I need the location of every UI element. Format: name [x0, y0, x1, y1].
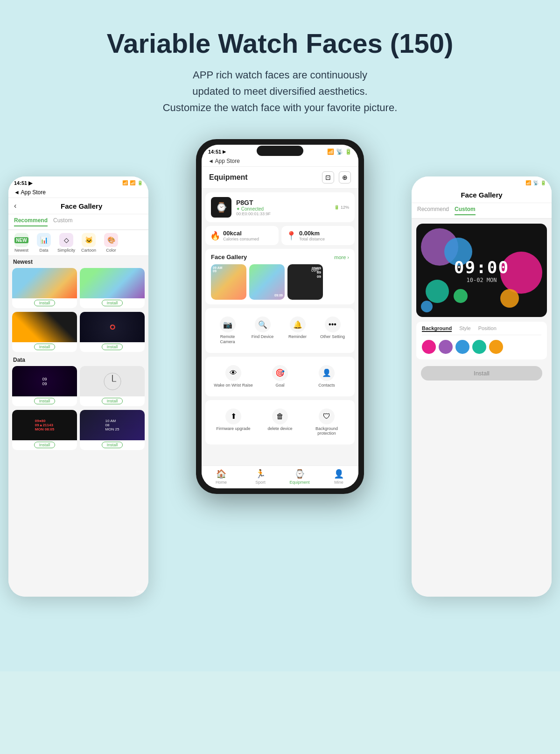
- location-dot-icon: 📍: [286, 231, 296, 241]
- bubble-blue-sm: [421, 301, 433, 312]
- actions-grid-2: 👁 Wake on Wrist Raise 🎯 Goal 👤 Contacts: [211, 361, 349, 392]
- center-time: 14:51: [208, 149, 221, 155]
- nav-sport[interactable]: 🏃 Sport: [241, 469, 280, 485]
- install-btn-3[interactable]: Install: [34, 344, 56, 350]
- color-cat-icon: 🎨: [104, 233, 118, 247]
- cat-simplicity[interactable]: ◇ Simplicity: [57, 233, 76, 253]
- watch-face-dark1: 0909: [12, 366, 77, 396]
- swatch-blue[interactable]: [455, 340, 469, 354]
- install-btn-2[interactable]: Install: [102, 300, 123, 306]
- subtitle: APP rich watch faces are continuously up…: [37, 67, 523, 116]
- install-btn-7[interactable]: Install: [34, 442, 56, 448]
- fullscreen-icon[interactable]: ⊡: [322, 171, 334, 183]
- action-contacts[interactable]: 👤 Contacts: [304, 361, 349, 392]
- battery-indicator: 🔋 12%: [334, 205, 349, 210]
- action-remote-camera[interactable]: 📷 Remote Camera: [211, 313, 244, 348]
- sport-label: Sport: [255, 480, 266, 485]
- actions-section-1: 📷 Remote Camera 🔍 Find Device 🔔 Reminder: [205, 308, 355, 353]
- watch-item-1[interactable]: 09 AM09 Install: [12, 268, 77, 308]
- cat-cartoon[interactable]: 🐱 Cartoon: [79, 233, 98, 253]
- device-thumbnail: ⌚: [211, 197, 231, 218]
- cartoon-label: Cartoon: [81, 248, 96, 253]
- battery-icon: 🔋: [345, 148, 352, 155]
- cat-color[interactable]: 🎨 Color: [102, 233, 120, 253]
- watch-face-island: 09:09: [80, 268, 145, 298]
- action-find-device[interactable]: 🔍 Find Device: [246, 313, 279, 348]
- face-thumb-2[interactable]: 09:09: [249, 264, 285, 300]
- device-card: ⌚ P8GT ✦ Connected 00:E0:00:01:33:9F 🔋 1…: [205, 192, 355, 222]
- action-goal[interactable]: 🎯 Goal: [258, 361, 302, 392]
- face-thumb-1[interactable]: 09 AM09: [211, 264, 246, 300]
- swatch-purple[interactable]: [439, 340, 453, 354]
- right-wifi-icon: 📡: [533, 180, 539, 185]
- newest-section-label: Newest: [8, 256, 148, 266]
- swatch-orange[interactable]: [489, 340, 503, 354]
- tab-background[interactable]: Background: [422, 325, 452, 332]
- watch-item-2[interactable]: 09:09 Install: [80, 268, 145, 308]
- bubble-teal: [426, 280, 449, 303]
- right-tab-recommend[interactable]: Recommend: [417, 206, 449, 215]
- firmware-label: Firmware upgrade: [216, 426, 250, 431]
- watch-item-6[interactable]: Install: [80, 366, 145, 406]
- watch-item-5[interactable]: 0909 Install: [12, 366, 77, 406]
- stats-row: 🔥 00kcal Calories consumed 📍 0.00km Tota…: [205, 226, 355, 245]
- add-icon[interactable]: ⊕: [339, 171, 351, 183]
- data-grid: 0909 Install Install: [8, 364, 148, 408]
- face-thumb-3[interactable]: 09/090909: [287, 264, 323, 300]
- device-info: P8GT ✦ Connected 00:E0:00:01:33:9F: [236, 199, 329, 216]
- nav-equipment[interactable]: ⌚ Equipment: [280, 469, 319, 485]
- watch-item-7[interactable]: 09●8009▲21143MON 08:05 Install: [12, 410, 77, 450]
- watch-item-3[interactable]: 09/09 Install: [12, 312, 77, 352]
- install-btn-1[interactable]: Install: [34, 300, 56, 306]
- install-btn-6[interactable]: Install: [102, 398, 123, 404]
- left-app-store: ◄ App Store: [14, 189, 46, 196]
- tab-style[interactable]: Style: [459, 325, 470, 332]
- newest-grid-2: 09/09 Install ⭕ Install: [8, 310, 148, 354]
- action-reminder[interactable]: 🔔 Reminder: [281, 313, 314, 348]
- watch-item-8[interactable]: 10 AM08MON 25 Install: [80, 410, 145, 450]
- right-tabs: Recommend Custom: [412, 203, 552, 219]
- nav-home[interactable]: 🏠 Home: [202, 469, 241, 485]
- goal-label: Goal: [275, 383, 284, 388]
- controls-tabs: Background Style Position: [422, 325, 541, 335]
- tab-position[interactable]: Position: [478, 325, 497, 332]
- distance-value: 0.00km: [299, 230, 325, 237]
- app-header: Equipment ⊡ ⊕: [202, 167, 358, 189]
- contacts-icon: 👤: [319, 365, 335, 381]
- install-btn-4[interactable]: Install: [102, 344, 123, 350]
- right-tab-custom[interactable]: Custom: [455, 206, 476, 215]
- cat-data[interactable]: 📊 Data: [35, 233, 53, 253]
- center-status-left: 14:51 ▶: [208, 149, 226, 155]
- tab-custom[interactable]: Custom: [53, 217, 72, 226]
- install-btn-5[interactable]: Install: [34, 398, 56, 404]
- phone-center: 14:51 ▶ 📶 📡 🔋 ◄ App Store: [196, 139, 364, 494]
- tab-recommend[interactable]: Recommend: [14, 217, 48, 226]
- reminder-label: Reminder: [288, 334, 307, 339]
- watch-emoji: ⌚: [216, 202, 227, 213]
- action-firmware[interactable]: ⬆ Firmware upgrade: [211, 405, 256, 440]
- action-delete-device[interactable]: 🗑 delete device: [258, 405, 302, 440]
- cat-newest[interactable]: NEW Newest: [12, 233, 31, 253]
- center-status-right: 📶 📡 🔋: [327, 148, 352, 155]
- watch-item-4[interactable]: ⭕ Install: [80, 312, 145, 352]
- action-other-setting[interactable]: ••• Other Setting: [316, 313, 349, 348]
- swatch-pink[interactable]: [422, 340, 436, 354]
- watch-face-floral: 10 AM08MON 25: [80, 410, 145, 440]
- contacts-label: Contacts: [318, 383, 335, 388]
- back-arrow-icon[interactable]: ‹: [14, 202, 16, 210]
- app-store-back[interactable]: ◄ App Store: [208, 158, 240, 164]
- home-label: Home: [216, 480, 227, 485]
- swatch-teal[interactable]: [472, 340, 486, 354]
- action-bg-protection[interactable]: 🛡 Background protection: [304, 405, 349, 440]
- install-btn-8[interactable]: Install: [102, 442, 123, 448]
- calories-label: Calories consumed: [223, 237, 259, 241]
- action-wrist-raise[interactable]: 👁 Wake on Wrist Raise: [211, 361, 256, 392]
- wrist-icon: 👁: [225, 365, 241, 381]
- install-button[interactable]: Install: [421, 366, 542, 381]
- page-title: Variable Watch Faces (150): [37, 28, 523, 59]
- bubble-green: [454, 289, 468, 303]
- face-gallery-more[interactable]: more ›: [334, 254, 349, 260]
- right-battery-icon: 🔋: [540, 180, 546, 185]
- nav-mine[interactable]: 👤 Mine: [319, 469, 358, 485]
- distance-info: 0.00km Total distance: [299, 230, 325, 241]
